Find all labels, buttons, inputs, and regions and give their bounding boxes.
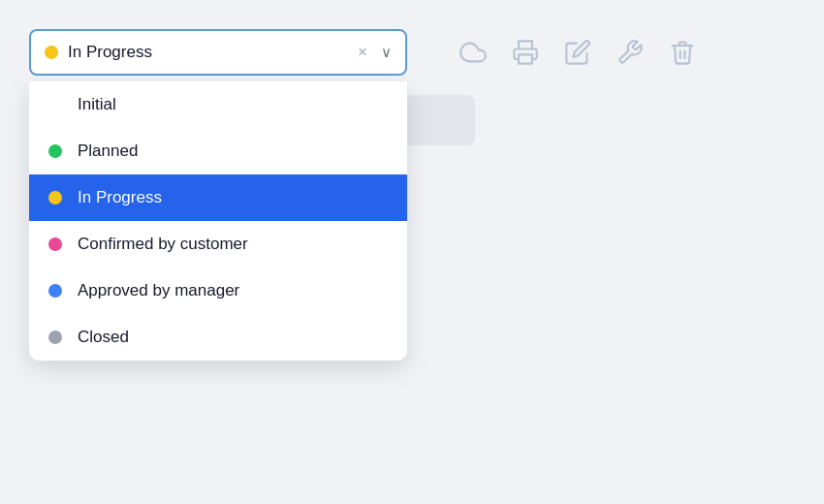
option-initial[interactable]: Initial — [29, 81, 407, 128]
option-inprogress[interactable]: In Progress — [29, 174, 407, 221]
dropdown-wrapper: In Progress × ∨ Initial Planned — [29, 29, 407, 76]
dropdown-arrow-button[interactable]: ∨ — [381, 44, 392, 61]
approved-dot — [48, 284, 62, 298]
dropdown-menu: Initial Planned In Progress Confirmed by… — [29, 81, 407, 361]
cloud-icon[interactable] — [456, 35, 491, 70]
print-icon[interactable] — [508, 35, 543, 70]
option-planned-label: Planned — [78, 142, 138, 161]
top-row: In Progress × ∨ Initial Planned — [29, 29, 795, 76]
option-inprogress-label: In Progress — [78, 188, 162, 207]
toolbar — [456, 35, 700, 70]
option-planned[interactable]: Planned — [29, 128, 407, 174]
edit-icon[interactable] — [560, 35, 595, 70]
wrench-icon[interactable] — [613, 35, 648, 70]
closed-dot — [48, 331, 62, 344]
page-container: In Progress × ∨ Initial Planned — [29, 29, 795, 145]
option-closed-label: Closed — [78, 328, 129, 347]
dropdown-selected-label: In Progress — [68, 43, 344, 62]
dropdown-trigger[interactable]: In Progress × ∨ — [29, 29, 407, 76]
inprogress-dot — [48, 191, 62, 205]
confirmed-dot — [48, 237, 62, 251]
planned-dot — [48, 144, 62, 158]
option-confirmed[interactable]: Confirmed by customer — [29, 221, 407, 268]
dropdown-clear-button[interactable]: × — [354, 43, 371, 62]
option-closed[interactable]: Closed — [29, 314, 407, 361]
selected-dot — [45, 46, 58, 59]
trash-icon[interactable] — [665, 35, 700, 70]
svg-rect-0 — [519, 54, 532, 63]
option-initial-label: Initial — [78, 95, 116, 114]
option-approved-label: Approved by manager — [78, 281, 239, 300]
option-approved[interactable]: Approved by manager — [29, 268, 407, 314]
no-dot — [48, 98, 62, 111]
option-confirmed-label: Confirmed by customer — [78, 235, 248, 254]
